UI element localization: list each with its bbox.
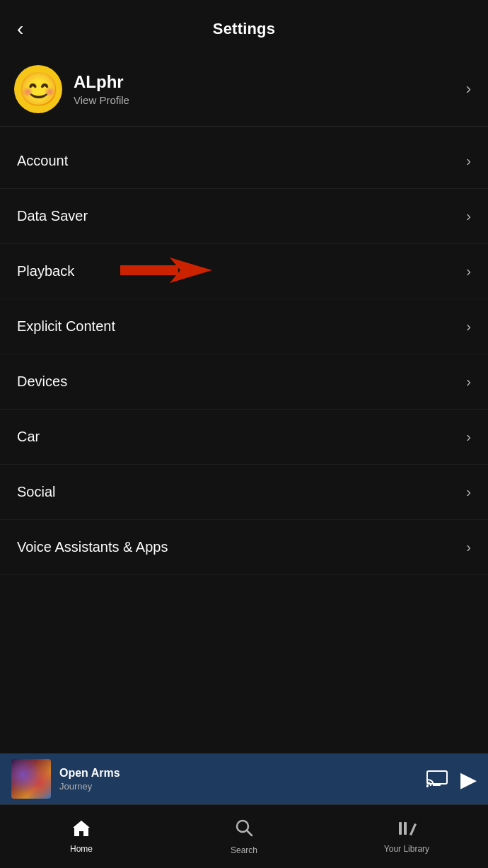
menu-chevron-data-saver: › bbox=[466, 208, 471, 224]
album-art-inner bbox=[11, 759, 51, 799]
album-art bbox=[11, 759, 51, 799]
menu-chevron-voice-assistants: › bbox=[466, 539, 471, 555]
home-icon bbox=[71, 819, 91, 840]
settings-header: ‹ Settings bbox=[0, 0, 488, 52]
menu-item-label-social: Social bbox=[17, 484, 55, 500]
menu-item-account[interactable]: Account › bbox=[0, 134, 488, 189]
menu-item-label-explicit-content: Explicit Content bbox=[17, 318, 115, 335]
menu-item-data-saver[interactable]: Data Saver › bbox=[0, 189, 488, 244]
profile-info: ALphr View Profile bbox=[74, 72, 466, 106]
svg-marker-0 bbox=[170, 257, 212, 283]
nav-item-search[interactable]: Search bbox=[163, 811, 325, 855]
back-button[interactable]: ‹ bbox=[17, 18, 23, 40]
now-playing-title: Open Arms bbox=[59, 767, 418, 780]
menu-chevron-car: › bbox=[466, 429, 471, 445]
bottom-navigation: Home Search Your Library bbox=[0, 804, 488, 868]
menu-chevron-devices: › bbox=[466, 374, 471, 390]
nav-label-home: Home bbox=[70, 844, 93, 854]
svg-rect-2 bbox=[427, 771, 447, 784]
menu-item-label-playback: Playback bbox=[17, 263, 74, 279]
playback-arrow-annotation bbox=[120, 255, 212, 289]
menu-item-devices[interactable]: Devices › bbox=[0, 354, 488, 410]
menu-item-label-data-saver: Data Saver bbox=[17, 208, 88, 224]
cast-icon[interactable] bbox=[426, 770, 448, 787]
menu-item-voice-assistants[interactable]: Voice Assistants & Apps › bbox=[0, 520, 488, 575]
nav-item-home[interactable]: Home bbox=[0, 812, 163, 854]
now-playing-info: Open Arms Journey bbox=[59, 767, 418, 792]
menu-chevron-account: › bbox=[466, 153, 471, 169]
svg-rect-7 bbox=[399, 822, 402, 835]
avatar: 😊 bbox=[14, 65, 62, 113]
avatar-emoji: 😊 bbox=[18, 73, 59, 105]
menu-item-label-car: Car bbox=[17, 429, 40, 445]
nav-label-library: Your Library bbox=[384, 844, 429, 854]
profile-name: ALphr bbox=[74, 72, 466, 92]
svg-rect-8 bbox=[404, 822, 407, 835]
menu-chevron-explicit-content: › bbox=[466, 318, 471, 335]
search-icon bbox=[235, 818, 253, 842]
menu-item-label-account: Account bbox=[17, 153, 68, 169]
library-icon bbox=[397, 819, 417, 840]
profile-row[interactable]: 😊 ALphr View Profile › bbox=[0, 52, 488, 127]
menu-item-label-devices: Devices bbox=[17, 374, 67, 390]
menu-chevron-playback: › bbox=[466, 263, 471, 279]
now-playing-artist: Journey bbox=[59, 781, 418, 792]
nav-label-search: Search bbox=[231, 845, 257, 855]
svg-rect-1 bbox=[120, 265, 178, 275]
menu-item-car[interactable]: Car › bbox=[0, 410, 488, 465]
profile-chevron: › bbox=[466, 80, 471, 98]
now-playing-bar[interactable]: Open Arms Journey ▶ bbox=[0, 753, 488, 804]
nav-item-library[interactable]: Your Library bbox=[325, 812, 488, 854]
menu-item-label-voice-assistants: Voice Assistants & Apps bbox=[17, 539, 168, 555]
settings-menu: Account › Data Saver › Playback › Explic… bbox=[0, 134, 488, 575]
menu-item-explicit-content[interactable]: Explicit Content › bbox=[0, 299, 488, 354]
menu-item-social[interactable]: Social › bbox=[0, 465, 488, 520]
profile-sub: View Profile bbox=[74, 94, 466, 106]
play-button[interactable]: ▶ bbox=[460, 767, 477, 792]
svg-rect-4 bbox=[434, 784, 441, 786]
svg-line-6 bbox=[247, 831, 252, 835]
header-title: Settings bbox=[213, 20, 275, 38]
now-playing-controls: ▶ bbox=[426, 767, 477, 792]
menu-chevron-social: › bbox=[466, 484, 471, 500]
svg-point-3 bbox=[426, 785, 429, 787]
menu-item-playback[interactable]: Playback › bbox=[0, 244, 488, 299]
